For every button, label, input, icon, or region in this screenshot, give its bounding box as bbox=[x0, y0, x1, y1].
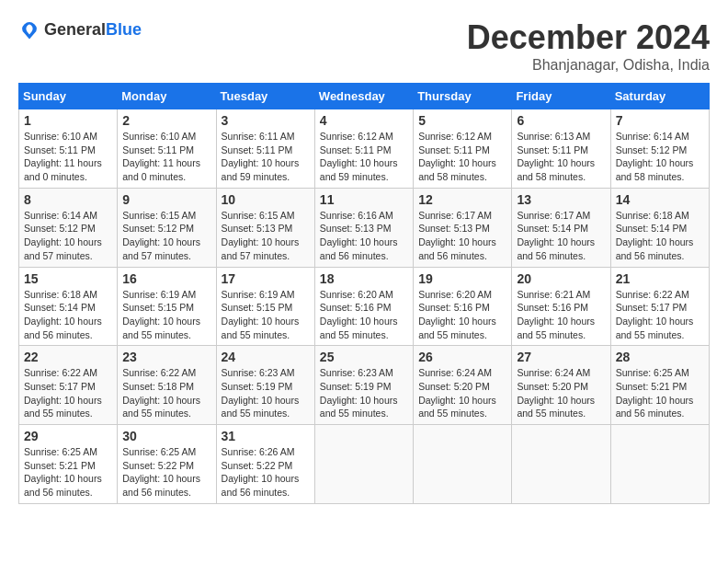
cell-day-number: 27 bbox=[517, 350, 605, 364]
calendar-cell: 15 Sunrise: 6:18 AM Sunset: 5:14 PM Dayl… bbox=[19, 267, 118, 346]
cell-info: Sunrise: 6:24 AM Sunset: 5:20 PM Dayligh… bbox=[418, 366, 506, 420]
cell-day-number: 21 bbox=[616, 271, 704, 286]
cell-day-number: 14 bbox=[616, 192, 704, 207]
cell-info: Sunrise: 6:14 AM Sunset: 5:12 PM Dayligh… bbox=[616, 130, 704, 184]
weekday-header-cell: Wednesday bbox=[314, 84, 413, 109]
cell-day-number: 9 bbox=[122, 192, 210, 207]
cell-info: Sunrise: 6:22 AM Sunset: 5:18 PM Dayligh… bbox=[122, 366, 210, 420]
calendar-cell: 17 Sunrise: 6:19 AM Sunset: 5:15 PM Dayl… bbox=[216, 267, 314, 346]
cell-day-number: 26 bbox=[418, 350, 506, 364]
cell-info: Sunrise: 6:14 AM Sunset: 5:12 PM Dayligh… bbox=[24, 209, 112, 263]
weekday-header-cell: Thursday bbox=[414, 84, 512, 109]
month-title: December 2024 bbox=[467, 18, 710, 57]
cell-day-number: 18 bbox=[320, 271, 408, 286]
cell-day-number: 23 bbox=[122, 350, 210, 364]
calendar-table: SundayMondayTuesdayWednesdayThursdayFrid… bbox=[18, 83, 710, 504]
cell-day-number: 13 bbox=[517, 192, 605, 207]
calendar-cell: 24 Sunrise: 6:23 AM Sunset: 5:19 PM Dayl… bbox=[216, 346, 314, 425]
cell-info: Sunrise: 6:23 AM Sunset: 5:19 PM Dayligh… bbox=[320, 366, 408, 420]
weekday-header-cell: Monday bbox=[118, 84, 216, 109]
cell-info: Sunrise: 6:24 AM Sunset: 5:20 PM Dayligh… bbox=[517, 366, 605, 420]
cell-day-number: 8 bbox=[24, 192, 112, 207]
cell-info: Sunrise: 6:16 AM Sunset: 5:13 PM Dayligh… bbox=[320, 209, 408, 263]
cell-info: Sunrise: 6:13 AM Sunset: 5:11 PM Dayligh… bbox=[517, 130, 605, 184]
calendar-week-row: 29 Sunrise: 6:25 AM Sunset: 5:21 PM Dayl… bbox=[19, 425, 710, 504]
calendar-cell: 13 Sunrise: 6:17 AM Sunset: 5:14 PM Dayl… bbox=[512, 188, 610, 267]
calendar-cell: 30 Sunrise: 6:25 AM Sunset: 5:22 PM Dayl… bbox=[118, 425, 216, 504]
calendar-cell: 19 Sunrise: 6:20 AM Sunset: 5:16 PM Dayl… bbox=[414, 267, 512, 346]
calendar-cell: 27 Sunrise: 6:24 AM Sunset: 5:20 PM Dayl… bbox=[512, 346, 610, 425]
calendar-cell: 1 Sunrise: 6:10 AM Sunset: 5:11 PM Dayli… bbox=[19, 109, 118, 189]
cell-day-number: 16 bbox=[122, 271, 210, 286]
cell-day-number: 29 bbox=[24, 429, 112, 443]
cell-day-number: 3 bbox=[222, 113, 310, 128]
cell-info: Sunrise: 6:10 AM Sunset: 5:11 PM Dayligh… bbox=[122, 130, 210, 184]
cell-day-number: 22 bbox=[24, 350, 112, 364]
calendar-cell: 2 Sunrise: 6:10 AM Sunset: 5:11 PM Dayli… bbox=[118, 109, 216, 189]
cell-info: Sunrise: 6:25 AM Sunset: 5:21 PM Dayligh… bbox=[24, 445, 112, 500]
calendar-cell: 12 Sunrise: 6:17 AM Sunset: 5:13 PM Dayl… bbox=[414, 188, 512, 267]
cell-info: Sunrise: 6:19 AM Sunset: 5:15 PM Dayligh… bbox=[222, 288, 310, 342]
cell-day-number: 2 bbox=[122, 113, 210, 128]
calendar-cell: 21 Sunrise: 6:22 AM Sunset: 5:17 PM Dayl… bbox=[610, 267, 709, 346]
calendar-cell: 7 Sunrise: 6:14 AM Sunset: 5:12 PM Dayli… bbox=[610, 109, 709, 189]
cell-info: Sunrise: 6:18 AM Sunset: 5:14 PM Dayligh… bbox=[616, 209, 704, 263]
cell-day-number: 10 bbox=[222, 192, 310, 207]
calendar-cell bbox=[414, 425, 512, 504]
cell-info: Sunrise: 6:20 AM Sunset: 5:16 PM Dayligh… bbox=[418, 288, 506, 342]
calendar-cell: 11 Sunrise: 6:16 AM Sunset: 5:13 PM Dayl… bbox=[314, 188, 413, 267]
logo-icon bbox=[18, 18, 40, 40]
calendar-week-row: 1 Sunrise: 6:10 AM Sunset: 5:11 PM Dayli… bbox=[19, 109, 710, 189]
cell-info: Sunrise: 6:15 AM Sunset: 5:13 PM Dayligh… bbox=[222, 209, 310, 263]
cell-day-number: 1 bbox=[24, 113, 112, 128]
logo-text-blue: Blue bbox=[106, 20, 142, 39]
calendar-cell: 3 Sunrise: 6:11 AM Sunset: 5:11 PM Dayli… bbox=[216, 109, 314, 189]
calendar-cell: 23 Sunrise: 6:22 AM Sunset: 5:18 PM Dayl… bbox=[118, 346, 216, 425]
calendar-cell: 6 Sunrise: 6:13 AM Sunset: 5:11 PM Dayli… bbox=[512, 109, 610, 189]
calendar-cell bbox=[314, 425, 413, 504]
cell-day-number: 17 bbox=[222, 271, 310, 286]
cell-info: Sunrise: 6:11 AM Sunset: 5:11 PM Dayligh… bbox=[222, 130, 310, 184]
calendar-cell: 31 Sunrise: 6:26 AM Sunset: 5:22 PM Dayl… bbox=[216, 425, 314, 504]
calendar-cell: 20 Sunrise: 6:21 AM Sunset: 5:16 PM Dayl… bbox=[512, 267, 610, 346]
cell-day-number: 12 bbox=[418, 192, 506, 207]
cell-day-number: 25 bbox=[320, 350, 408, 364]
calendar-cell: 26 Sunrise: 6:24 AM Sunset: 5:20 PM Dayl… bbox=[414, 346, 512, 425]
calendar-cell: 22 Sunrise: 6:22 AM Sunset: 5:17 PM Dayl… bbox=[19, 346, 118, 425]
logo: GeneralBlue bbox=[18, 18, 142, 40]
calendar-cell: 18 Sunrise: 6:20 AM Sunset: 5:16 PM Dayl… bbox=[314, 267, 413, 346]
weekday-header: SundayMondayTuesdayWednesdayThursdayFrid… bbox=[19, 84, 710, 109]
calendar-cell bbox=[610, 425, 709, 504]
calendar-cell bbox=[512, 425, 610, 504]
calendar-week-row: 8 Sunrise: 6:14 AM Sunset: 5:12 PM Dayli… bbox=[19, 188, 710, 267]
cell-info: Sunrise: 6:23 AM Sunset: 5:19 PM Dayligh… bbox=[222, 366, 310, 420]
calendar-cell: 14 Sunrise: 6:18 AM Sunset: 5:14 PM Dayl… bbox=[610, 188, 709, 267]
cell-info: Sunrise: 6:21 AM Sunset: 5:16 PM Dayligh… bbox=[517, 288, 605, 342]
cell-day-number: 28 bbox=[616, 350, 704, 364]
cell-info: Sunrise: 6:19 AM Sunset: 5:15 PM Dayligh… bbox=[122, 288, 210, 342]
cell-info: Sunrise: 6:17 AM Sunset: 5:14 PM Dayligh… bbox=[517, 209, 605, 263]
calendar-body: 1 Sunrise: 6:10 AM Sunset: 5:11 PM Dayli… bbox=[19, 109, 710, 504]
cell-day-number: 19 bbox=[418, 271, 506, 286]
calendar-cell: 28 Sunrise: 6:25 AM Sunset: 5:21 PM Dayl… bbox=[610, 346, 709, 425]
cell-day-number: 5 bbox=[418, 113, 506, 128]
cell-day-number: 15 bbox=[24, 271, 112, 286]
location-title: Bhanjanagar, Odisha, India bbox=[467, 57, 710, 74]
header: GeneralBlue December 2024 Bhanjanagar, O… bbox=[18, 18, 710, 74]
title-area: December 2024 Bhanjanagar, Odisha, India bbox=[467, 18, 710, 74]
cell-info: Sunrise: 6:18 AM Sunset: 5:14 PM Dayligh… bbox=[24, 288, 112, 342]
calendar-week-row: 22 Sunrise: 6:22 AM Sunset: 5:17 PM Dayl… bbox=[19, 346, 710, 425]
cell-info: Sunrise: 6:22 AM Sunset: 5:17 PM Dayligh… bbox=[616, 288, 704, 342]
cell-day-number: 30 bbox=[122, 429, 210, 443]
cell-info: Sunrise: 6:25 AM Sunset: 5:21 PM Dayligh… bbox=[616, 366, 704, 420]
calendar-week-row: 15 Sunrise: 6:18 AM Sunset: 5:14 PM Dayl… bbox=[19, 267, 710, 346]
cell-day-number: 7 bbox=[616, 113, 704, 128]
cell-day-number: 31 bbox=[222, 429, 310, 443]
cell-day-number: 4 bbox=[320, 113, 408, 128]
calendar-cell: 16 Sunrise: 6:19 AM Sunset: 5:15 PM Dayl… bbox=[118, 267, 216, 346]
weekday-header-cell: Tuesday bbox=[216, 84, 314, 109]
calendar-cell: 10 Sunrise: 6:15 AM Sunset: 5:13 PM Dayl… bbox=[216, 188, 314, 267]
weekday-header-cell: Saturday bbox=[610, 84, 709, 109]
calendar-cell: 5 Sunrise: 6:12 AM Sunset: 5:11 PM Dayli… bbox=[414, 109, 512, 189]
cell-info: Sunrise: 6:12 AM Sunset: 5:11 PM Dayligh… bbox=[418, 130, 506, 184]
